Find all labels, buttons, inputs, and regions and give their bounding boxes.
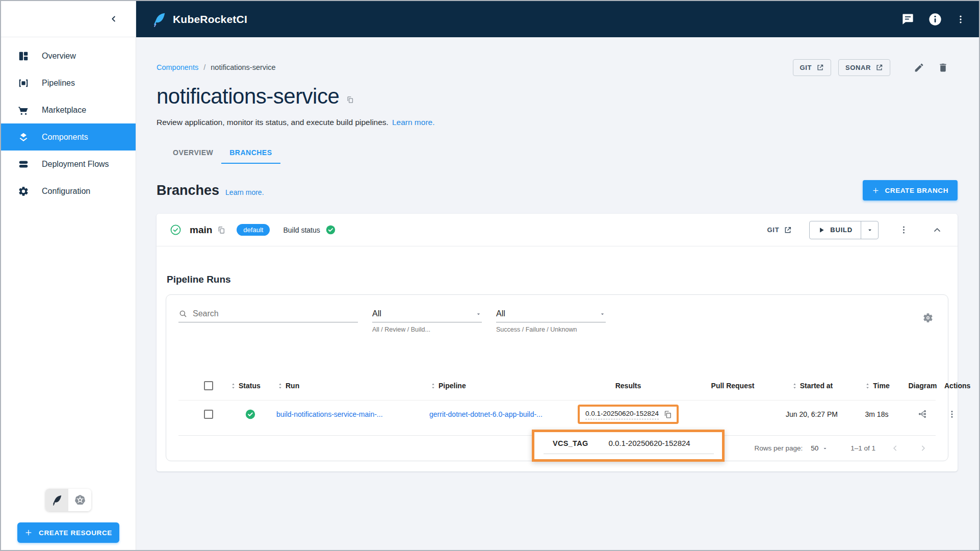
krci-view-toggle-button[interactable] <box>45 489 68 511</box>
branches-learn-more-link[interactable]: Learn more. <box>225 188 264 196</box>
topbar-actions <box>901 12 966 27</box>
feedback-button[interactable] <box>901 12 915 26</box>
column-label: Run <box>286 382 299 390</box>
copy-icon <box>217 226 225 234</box>
sidebar-item-label: Deployment Flows <box>42 160 109 169</box>
column-label: Diagram <box>908 382 937 390</box>
delete-component-button[interactable] <box>935 59 951 76</box>
copy-branch-name-button[interactable] <box>217 226 225 234</box>
column-header-time[interactable]: Time <box>853 382 901 390</box>
edit-component-button[interactable] <box>911 59 927 76</box>
chevron-left-icon <box>109 14 118 23</box>
topbar-menu-button[interactable] <box>956 14 966 24</box>
copy-results-button[interactable] <box>663 410 672 419</box>
brand[interactable]: KubeRocketCI <box>151 12 247 27</box>
column-header-pull-request: Pull Request <box>694 382 771 390</box>
table-header-row: Status Run Pipeline Results <box>178 378 936 400</box>
external-link-icon <box>816 64 824 71</box>
diagram-tree-icon <box>917 409 928 419</box>
build-options-button[interactable] <box>861 221 878 239</box>
sonar-external-button[interactable]: SONAR <box>838 59 890 76</box>
branch-menu-button[interactable] <box>896 222 912 238</box>
create-branch-button[interactable]: CREATE BRANCH <box>863 180 958 201</box>
sidebar: Overview Pipelines Marketplace Component… <box>1 1 136 550</box>
column-header-status[interactable]: Status <box>229 382 276 390</box>
column-header-run[interactable]: Run <box>276 382 429 390</box>
search-input[interactable] <box>193 309 358 318</box>
sidebar-item-marketplace[interactable]: Marketplace <box>1 96 136 123</box>
branch-git-link[interactable]: GIT <box>767 226 792 234</box>
vcs-tag-key: VCS_TAG <box>553 439 588 447</box>
sidebar-item-pipelines[interactable]: Pipelines <box>1 69 136 96</box>
pipeline-type-filter-helper: All / Review / Build... <box>372 326 482 333</box>
info-button[interactable] <box>928 12 942 27</box>
search-icon <box>178 309 188 318</box>
results-version-text[interactable]: 0.0.1-20250620-152824 <box>585 410 659 419</box>
sidebar-item-label: Marketplace <box>42 106 86 115</box>
diagram-button[interactable] <box>914 406 931 422</box>
column-label: Status <box>239 382 261 390</box>
next-page-button[interactable] <box>915 440 932 457</box>
sort-icon <box>864 382 871 390</box>
rows-per-page-label: Rows per page: <box>755 444 803 452</box>
external-link-icon <box>875 64 883 71</box>
table-settings-button[interactable] <box>920 310 936 325</box>
rows-per-page-value: 50 <box>811 444 818 452</box>
column-header-pipeline[interactable]: Pipeline <box>429 382 562 390</box>
column-header-started-at[interactable]: Started at <box>771 382 853 390</box>
collapse-branch-button[interactable] <box>929 222 945 238</box>
sort-icon <box>791 382 798 390</box>
sort-icon <box>276 382 284 390</box>
caret-down-icon <box>822 445 828 452</box>
rows-per-page-select[interactable]: 50 <box>811 444 828 452</box>
build-button[interactable]: BUILD <box>810 221 861 239</box>
pipeline-status-filter[interactable]: All Success / Failure / Unknown <box>496 309 606 333</box>
git-external-button[interactable]: GIT <box>793 59 831 76</box>
create-resource-button[interactable]: CREATE RESOURCE <box>17 522 119 543</box>
branch-name: main <box>190 224 212 236</box>
sidebar-nav: Overview Pipelines Marketplace Component… <box>1 37 136 205</box>
kubernetes-view-toggle-button[interactable] <box>68 489 91 511</box>
learn-more-link[interactable]: Learn more. <box>392 118 435 127</box>
sidebar-item-configuration[interactable]: Configuration <box>1 178 136 205</box>
sidebar-footer: CREATE RESOURCE <box>1 489 136 550</box>
breadcrumb-components-link[interactable]: Components <box>157 63 198 71</box>
pipeline-type-filter[interactable]: All All / Review / Build... <box>372 309 482 333</box>
info-icon <box>928 12 942 27</box>
run-name-link[interactable]: build-notifications-service-main-... <box>276 410 383 418</box>
pipeline-name-link[interactable]: gerrit-dotnet-dotnet-6.0-app-build-... <box>429 410 543 418</box>
pipeline-runs-heading: Pipeline Runs <box>167 274 948 285</box>
diagram-cell <box>901 406 944 422</box>
git-button-label: GIT <box>800 64 812 71</box>
sidebar-item-components[interactable]: Components <box>1 123 136 151</box>
previous-page-button[interactable] <box>887 440 904 457</box>
sidebar-collapse-button[interactable] <box>109 14 118 23</box>
row-checkbox[interactable] <box>204 410 213 419</box>
tab-branches[interactable]: BRANCHES <box>221 141 280 164</box>
breadcrumb-row: Components / notifications-service GIT S… <box>157 59 958 76</box>
vcs-tag-value: 0.0.1-20250620-152824 <box>609 439 690 447</box>
breadcrumb-separator: / <box>203 63 205 71</box>
external-link-icon <box>784 226 792 234</box>
column-label: Time <box>873 382 889 390</box>
sidebar-item-deployment-flows[interactable]: Deployment Flows <box>1 151 136 178</box>
gear-icon <box>922 312 934 323</box>
branch-card-main: main default Build status GIT <box>157 214 958 471</box>
run-status-cell <box>229 409 276 420</box>
branch-header-actions: GIT BUILD <box>767 221 945 239</box>
sidebar-item-overview[interactable]: Overview <box>1 42 136 69</box>
layers-icon <box>17 131 30 143</box>
sidebar-item-label: Overview <box>42 52 76 61</box>
row-menu-button[interactable] <box>944 407 960 422</box>
page-content: Components / notifications-service GIT S… <box>136 37 979 550</box>
app-title: KubeRocketCI <box>173 13 247 26</box>
breadcrumb: Components / notifications-service <box>157 63 276 71</box>
build-success-icon <box>325 224 336 235</box>
chat-icon <box>901 12 915 26</box>
branch-git-label: GIT <box>767 226 780 234</box>
copy-title-button[interactable] <box>346 96 354 109</box>
success-status-icon <box>245 409 256 420</box>
select-all-checkbox[interactable] <box>204 381 213 390</box>
tab-overview[interactable]: OVERVIEW <box>165 141 221 164</box>
pipeline-status-filter-value: All <box>496 309 505 318</box>
